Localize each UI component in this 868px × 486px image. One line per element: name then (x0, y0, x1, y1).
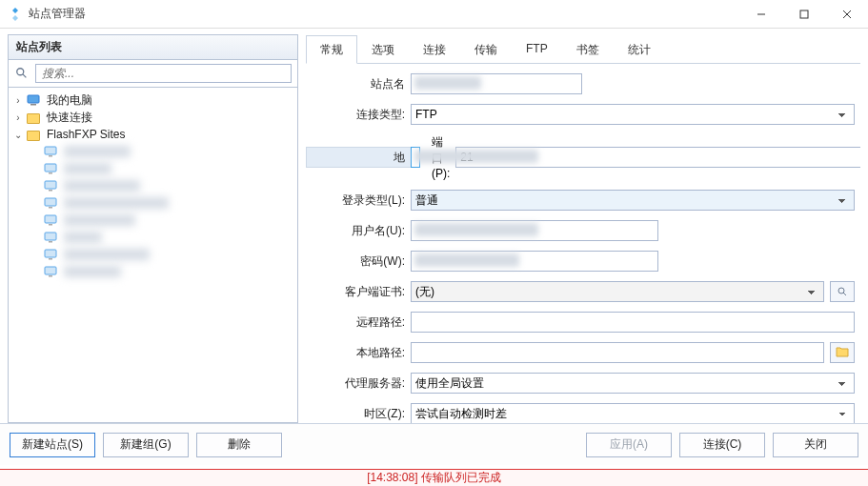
site-name-input[interactable] (411, 73, 582, 94)
site-icon (43, 195, 58, 211)
site-icon (43, 230, 58, 245)
tab-FTP[interactable]: FTP (512, 35, 562, 64)
proxy-label: 代理服务器: (306, 375, 411, 392)
tree-expand-icon[interactable]: › (12, 112, 24, 123)
svg-rect-18 (45, 233, 56, 240)
svg-rect-1 (800, 10, 808, 18)
tree-site-item[interactable] (9, 263, 297, 280)
tree-item-label: 我的电脑 (47, 92, 92, 109)
apply-button[interactable]: 应用(A) (586, 433, 672, 457)
svg-rect-9 (49, 155, 52, 157)
svg-rect-10 (45, 164, 56, 172)
tree-item-FlashFXP Sites[interactable]: ⌄FlashFXP Sites (9, 126, 297, 143)
username-input[interactable] (411, 220, 658, 241)
site-icon (43, 264, 58, 279)
address-input[interactable] (411, 147, 420, 168)
svg-rect-12 (45, 181, 56, 189)
password-input[interactable] (411, 251, 658, 272)
tab-bar: 常规选项连接传输FTP书签统计 (306, 34, 860, 64)
tree-site-item[interactable] (9, 160, 297, 177)
site-icon (43, 247, 58, 262)
site-icon (43, 178, 58, 193)
svg-rect-19 (49, 241, 52, 243)
timezone-label: 时区(Z): (306, 406, 411, 422)
window-title: 站点管理器 (29, 6, 739, 22)
folder-icon (836, 346, 849, 360)
site-icon (43, 213, 58, 228)
svg-rect-7 (30, 104, 36, 106)
tree-expand-icon[interactable]: › (12, 95, 24, 106)
svg-rect-15 (49, 207, 52, 209)
tree-site-item[interactable] (9, 177, 297, 194)
general-form: 站点名 连接类型: FTP 地 端口(P): 登录类型(L): 普通 (306, 64, 860, 423)
timezone-select[interactable]: 尝试自动检测时差 (411, 403, 855, 423)
login-type-label: 登录类型(L): (306, 192, 411, 209)
tab-选项[interactable]: 选项 (357, 35, 409, 64)
svg-rect-8 (45, 147, 56, 154)
svg-rect-11 (49, 172, 52, 174)
search-input[interactable] (35, 64, 292, 83)
site-icon (43, 161, 58, 176)
browse-folder-button[interactable] (830, 342, 855, 363)
search-bar (8, 60, 298, 88)
tree-item-label (64, 163, 111, 174)
tree-item-快速连接[interactable]: ›快速连接 (9, 109, 297, 126)
site-list-panel: 站点列表 ›我的电脑›快速连接⌄FlashFXP Sites (8, 34, 298, 423)
cert-select[interactable]: (无) (411, 281, 824, 302)
close-button[interactable] (825, 0, 868, 29)
tree-item-label (64, 249, 150, 260)
svg-line-25 (843, 293, 846, 295)
cert-label: 客户端证书: (306, 284, 411, 300)
svg-rect-22 (45, 267, 56, 274)
login-type-select[interactable]: 普通 (411, 190, 855, 211)
tab-常规[interactable]: 常规 (306, 35, 357, 64)
tree-item-label (64, 266, 121, 277)
pc-icon (26, 92, 41, 108)
tab-书签[interactable]: 书签 (562, 35, 614, 64)
svg-rect-21 (49, 258, 52, 260)
maximize-button[interactable] (782, 0, 825, 29)
tree-site-item[interactable] (9, 212, 297, 229)
password-label: 密码(W): (306, 253, 411, 270)
app-logo-icon (8, 7, 23, 22)
site-tree[interactable]: ›我的电脑›快速连接⌄FlashFXP Sites (8, 88, 298, 423)
svg-rect-20 (45, 250, 56, 257)
tab-统计[interactable]: 统计 (614, 35, 665, 64)
tree-site-item[interactable] (9, 229, 297, 246)
local-path-input[interactable] (411, 342, 824, 363)
connect-button[interactable]: 连接(C) (679, 433, 765, 457)
search-icon (14, 66, 30, 81)
tree-site-item[interactable] (9, 194, 297, 212)
conn-type-label: 连接类型: (306, 107, 411, 123)
proxy-select[interactable]: 使用全局设置 (411, 373, 855, 394)
conn-type-select[interactable]: FTP (411, 104, 855, 125)
address-label: 地 (306, 147, 411, 168)
tab-连接[interactable]: 连接 (409, 35, 460, 64)
tree-expand-icon[interactable]: ⌄ (12, 130, 24, 140)
svg-line-5 (23, 74, 27, 78)
new-site-button[interactable]: 新建站点(S) (10, 433, 95, 457)
local-path-label: 本地路径: (306, 345, 411, 361)
remote-path-input[interactable] (411, 312, 855, 333)
tree-site-item[interactable] (9, 246, 297, 263)
svg-rect-14 (45, 198, 56, 206)
tab-传输[interactable]: 传输 (460, 35, 512, 64)
minimize-button[interactable] (739, 0, 782, 29)
remote-path-label: 远程路径: (306, 314, 411, 331)
folder-icon (26, 110, 41, 125)
site-list-header: 站点列表 (8, 34, 298, 60)
new-group-button[interactable]: 新建组(G) (103, 433, 189, 457)
username-label: 用户名(U): (306, 223, 411, 239)
tree-item-label (64, 197, 169, 209)
site-icon (43, 144, 58, 159)
status-text: [14:38:08] 传输队列已完成 (367, 470, 501, 486)
tree-site-item[interactable] (9, 143, 297, 160)
folder-icon (26, 127, 41, 142)
close-dialog-button[interactable]: 关闭 (773, 433, 858, 457)
tree-item-我的电脑[interactable]: ›我的电脑 (9, 91, 297, 109)
tree-item-label: 快速连接 (47, 110, 92, 126)
delete-button[interactable]: 删除 (196, 433, 282, 457)
tree-item-label: FlashFXP Sites (47, 128, 125, 141)
cert-browse-button[interactable] (830, 281, 855, 302)
svg-rect-13 (49, 190, 52, 192)
